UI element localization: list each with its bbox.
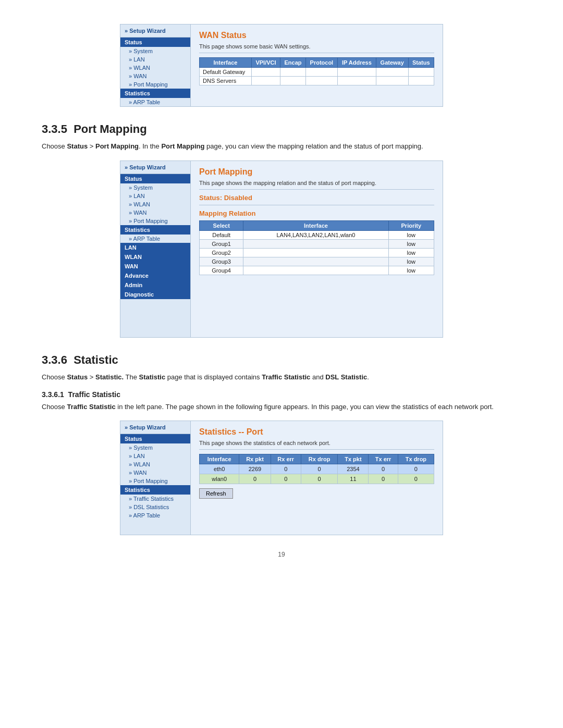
pm-sidebar-arp[interactable]: » ARP Table xyxy=(120,235,190,243)
pm-cell-priority: low xyxy=(388,266,434,275)
ts-main: Statistics -- Port This page shows the s… xyxy=(191,421,443,535)
ts-cell-rx-drop: 0 xyxy=(301,474,338,484)
pm-cell-interface: LAN4,LAN3,LAN2,LAN1,wlan0 xyxy=(243,230,388,239)
pm-table-row: Group1 low xyxy=(200,239,434,248)
ts-panel-title: Statistics -- Port xyxy=(199,427,434,437)
ts-stats-table: Interface Rx pkt Rx err Rx drop Tx pkt T… xyxy=(199,454,434,484)
ts-sidebar: » Setup Wizard Status » System » LAN » W… xyxy=(120,421,191,535)
ts-th-rx-err: Rx err xyxy=(271,454,301,464)
ts-status-group: Status xyxy=(120,434,190,443)
ts-panel-desc: This page shows the statistics of each n… xyxy=(199,440,434,450)
wan-sidebar: » Setup Wizard Status » System » LAN » W… xyxy=(120,24,191,106)
wan-sidebar-wan[interactable]: » WAN xyxy=(120,72,190,80)
ts-cell-rx-err: 0 xyxy=(271,474,301,484)
pm-cell-select: Group2 xyxy=(200,248,243,257)
pm-cell-priority: low xyxy=(388,239,434,248)
port-mapping-section: 3.3.5 Port Mapping Choose Status > Port … xyxy=(42,122,521,338)
pm-sidebar: » Setup Wizard Status » System » LAN » W… xyxy=(120,161,191,337)
pm-cell-priority: low xyxy=(388,230,434,239)
pm-table-row: Default LAN4,LAN3,LAN2,LAN1,wlan0 low xyxy=(200,230,434,239)
ts-sidebar-system[interactable]: » System xyxy=(120,443,190,452)
wan-main: WAN Status This page shows some basic WA… xyxy=(191,24,443,106)
ts-th-interface: Interface xyxy=(200,454,239,464)
pm-table-row: Group4 low xyxy=(200,266,434,275)
wan-status-label: Status xyxy=(120,38,190,47)
wan-th-ip: IP Address xyxy=(337,58,376,68)
pm-cell-select: Group3 xyxy=(200,257,243,266)
refresh-button[interactable]: Refresh xyxy=(199,488,233,499)
wan-th-interface: Interface xyxy=(200,58,252,68)
wan-panel-container: » Setup Wizard Status » System » LAN » W… xyxy=(42,24,521,107)
ts-sidebar-arp[interactable]: » ARP Table xyxy=(120,511,190,520)
ts-sidebar-traffic-stats[interactable]: » Traffic Statistics xyxy=(120,495,190,503)
ts-sidebar-port-mapping[interactable]: » Port Mapping xyxy=(120,477,190,485)
statistic-desc: Choose Status > Statistic. The Statistic… xyxy=(42,372,521,383)
ts-cell-tx-err: 0 xyxy=(369,464,398,474)
ts-cell-tx-err: 0 xyxy=(369,474,398,484)
ts-cell-tx-drop: 0 xyxy=(398,474,434,484)
wan-statistics-label: Statistics xyxy=(120,89,190,98)
ts-cell-rx-pkt: 2269 xyxy=(239,464,271,474)
pm-wan-label: WAN xyxy=(120,262,190,271)
ts-th-tx-drop: Tx drop xyxy=(398,454,434,464)
pm-mapping-title: Mapping Relation xyxy=(199,209,434,217)
statistic-section: 3.3.6 Statistic Choose Status > Statisti… xyxy=(42,353,521,536)
port-mapping-desc: Choose Status > Port Mapping. In the Por… xyxy=(42,141,521,152)
ts-th-tx-pkt: Tx pkt xyxy=(338,454,369,464)
ts-cell-interface: wlan0 xyxy=(200,474,239,484)
ts-th-rx-drop: Rx drop xyxy=(301,454,338,464)
ts-sidebar-lan[interactable]: » LAN xyxy=(120,452,190,460)
pm-wlan-label: WLAN xyxy=(120,252,190,262)
pm-status-line: Status: Disabled xyxy=(199,194,434,205)
pm-panel-title: Port Mapping xyxy=(199,167,434,177)
pm-sidebar-wlan[interactable]: » WLAN xyxy=(120,200,190,208)
wan-th-encap: Encap xyxy=(280,58,306,68)
pm-cell-select: Default xyxy=(200,230,243,239)
wan-panel-desc: This page shows some basic WAN settings. xyxy=(199,43,434,53)
pm-sidebar-lan[interactable]: » LAN xyxy=(120,192,190,200)
pm-main: Port Mapping This page shows the mapping… xyxy=(191,161,443,337)
pm-th-select: Select xyxy=(200,220,243,230)
ts-cell-tx-pkt: 11 xyxy=(338,474,369,484)
pm-cell-select: Group4 xyxy=(200,266,243,275)
pm-sidebar-system[interactable]: » System xyxy=(120,183,190,192)
ts-cell-rx-err: 0 xyxy=(271,464,301,474)
wan-sidebar-arp[interactable]: » ARP Table xyxy=(120,98,190,106)
pm-cell-select: Group1 xyxy=(200,239,243,248)
wan-sidebar-port-mapping[interactable]: » Port Mapping xyxy=(120,80,190,89)
wan-th-status: Status xyxy=(408,58,434,68)
wan-th-gateway: Gateway xyxy=(376,58,408,68)
traffic-statistic-desc: Choose Traffic Statistic in the left pan… xyxy=(42,402,521,413)
pm-diagnostic-label: Diagnostic xyxy=(120,290,190,299)
ts-table-row: wlan0 0 0 0 11 0 0 xyxy=(200,474,434,484)
pm-sidebar-wan[interactable]: » WAN xyxy=(120,208,190,217)
wan-sidebar-system[interactable]: » System xyxy=(120,47,190,55)
ts-sidebar-dsl-stats[interactable]: » DSL Statistics xyxy=(120,503,190,511)
wan-sidebar-wlan[interactable]: » WLAN xyxy=(120,64,190,72)
wan-setup-wizard[interactable]: » Setup Wizard xyxy=(120,24,190,38)
ts-setup-wizard[interactable]: » Setup Wizard xyxy=(120,421,190,434)
port-mapping-router-panel: » Setup Wizard Status » System » LAN » W… xyxy=(120,161,443,338)
ts-th-rx-pkt: Rx pkt xyxy=(239,454,271,464)
pm-th-interface: Interface xyxy=(243,220,388,230)
pm-statistics-label: Statistics xyxy=(120,225,190,235)
wan-row-default: Default Gateway xyxy=(200,68,434,77)
ts-statistics-label: Statistics xyxy=(120,485,190,495)
pm-cell-interface xyxy=(243,266,388,275)
ts-sidebar-wlan[interactable]: » WLAN xyxy=(120,460,190,468)
pm-setup-wizard[interactable]: » Setup Wizard xyxy=(120,161,190,174)
pm-cell-interface xyxy=(243,248,388,257)
pm-advance-label: Advance xyxy=(120,271,190,280)
pm-admin-label: Admin xyxy=(120,280,190,290)
wan-sidebar-lan[interactable]: » LAN xyxy=(120,55,190,64)
wan-row-dns: DNS Servers xyxy=(200,77,434,85)
wan-dns-label: DNS Servers xyxy=(200,77,252,85)
ts-sidebar-wan[interactable]: » WAN xyxy=(120,468,190,477)
pm-table-row: Group3 low xyxy=(200,257,434,266)
page-number: 19 xyxy=(42,551,521,558)
pm-cell-priority: low xyxy=(388,248,434,257)
ts-cell-rx-pkt: 0 xyxy=(239,474,271,484)
pm-sidebar-port-mapping[interactable]: » Port Mapping xyxy=(120,217,190,225)
pm-cell-interface xyxy=(243,239,388,248)
ts-cell-rx-drop: 0 xyxy=(301,464,338,474)
